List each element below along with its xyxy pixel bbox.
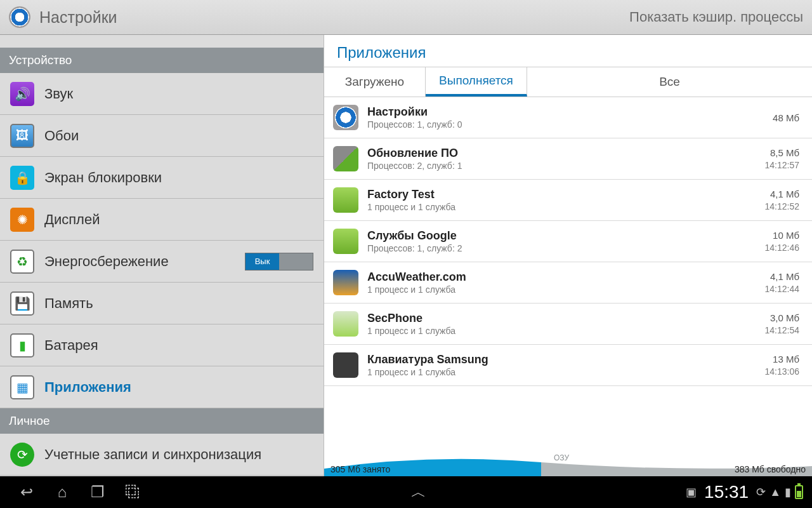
sidebar-item-wallpaper[interactable]: 🖼 Обои	[0, 115, 324, 157]
app-sub: Процессов: 2, служб: 1	[367, 161, 765, 171]
app-time: 14:12:54	[765, 325, 800, 335]
app-sub: Процессов: 1, служб: 0	[367, 119, 773, 130]
section-device: Устройство	[0, 48, 324, 73]
app-name: Обновление ПО	[367, 147, 765, 160]
sync-icon: ⟳	[10, 443, 34, 467]
app-name: Клавиатура Samsung	[367, 353, 765, 366]
wallpaper-icon: 🖼	[10, 124, 34, 148]
app-mem: 10 Мб	[765, 230, 800, 241]
app-mem: 4,1 Мб	[765, 189, 800, 199]
app-row[interactable]: AccuWeather.com1 процесс и 1 служба4,1 М…	[324, 262, 812, 304]
app-mem: 4,1 Мб	[765, 271, 800, 282]
lock-icon: 🔒	[10, 166, 34, 190]
app-sub: 1 процесс и 1 служба	[367, 367, 765, 377]
display-icon: ✺	[10, 208, 34, 232]
app-mem: 8,5 Мб	[765, 147, 800, 158]
app-sub: 1 процесс и 1 служба	[367, 284, 765, 295]
ram-free: 383 Мб свободно	[735, 464, 806, 474]
home-button[interactable]: ⌂	[44, 479, 80, 505]
app-row[interactable]: Обновление ПОПроцессов: 2, служб: 18,5 М…	[324, 138, 812, 180]
app-icon	[333, 270, 358, 295]
sync-status-icon: ⟳	[756, 485, 766, 499]
app-name: Настройки	[367, 105, 773, 119]
storage-icon: 💾	[10, 291, 34, 316]
screenshot-saved-icon: ▣	[686, 485, 697, 499]
page-title: Настройки	[39, 8, 629, 27]
app-row[interactable]: Клавиатура Samsung1 процесс и 1 служба13…	[324, 345, 812, 386]
system-nav-bar: ↩ ⌂ ❐ ⿻ ︿ ▣ 15:31 ⟳ ▲ ▮	[0, 476, 812, 508]
sidebar-item-sound[interactable]: 🔊 Звук	[0, 73, 324, 115]
power-saving-icon: ♻	[10, 250, 34, 274]
right-title: Приложения	[324, 35, 812, 67]
back-button[interactable]: ↩	[9, 479, 44, 505]
app-time: 14:13:06	[765, 366, 800, 377]
app-name: Factory Test	[367, 188, 765, 201]
sidebar-item-applications[interactable]: ▦ Приложения	[0, 366, 324, 408]
app-name: Службы Google	[367, 229, 765, 243]
app-time: 14:12:46	[765, 243, 800, 253]
action-bar: Настройки Показать кэшир. процессы	[0, 0, 812, 35]
app-time: 14:12:44	[765, 284, 800, 294]
sidebar-item-accounts-sync[interactable]: ⟳ Учетные записи и синхронизация	[0, 434, 324, 476]
tab-all[interactable]: Все	[527, 67, 812, 97]
status-clock: 15:31	[704, 482, 749, 502]
app-row[interactable]: SecPhone1 процесс и 1 служба3,0 Мб14:12:…	[324, 304, 812, 345]
section-personal: Личное	[0, 408, 324, 434]
sidebar-item-storage[interactable]: 💾 Память	[0, 283, 324, 324]
show-cached-processes-button[interactable]: Показать кэшир. процессы	[629, 9, 803, 25]
wifi-icon: ▲	[769, 486, 781, 499]
app-row[interactable]: Службы GoogleПроцессов: 1, служб: 210 Мб…	[324, 221, 812, 262]
app-icon	[333, 146, 358, 171]
tab-downloaded[interactable]: Загружено	[324, 67, 426, 97]
settings-gear-icon	[9, 6, 30, 28]
app-icon	[333, 105, 358, 130]
app-icon	[333, 229, 358, 254]
sidebar-item-display[interactable]: ✺ Дисплей	[0, 199, 324, 241]
app-sub: 1 процесс и 1 служба	[367, 202, 765, 212]
app-name: SecPhone	[367, 312, 765, 325]
expand-tray-button[interactable]: ︿	[401, 479, 436, 505]
app-sub: 1 процесс и 1 служба	[367, 326, 765, 336]
recents-button[interactable]: ❐	[80, 479, 115, 505]
battery-icon: ▮	[10, 333, 34, 358]
app-name: AccuWeather.com	[367, 271, 765, 284]
battery-status-icon	[795, 485, 803, 499]
app-time: 14:12:57	[765, 160, 800, 170]
app-sub: Процессов: 1, служб: 2	[367, 243, 765, 253]
app-mem: 3,0 Мб	[765, 312, 800, 323]
apps-icon: ▦	[10, 375, 34, 399]
app-mem: 48 Мб	[773, 112, 799, 123]
app-mem: 13 Мб	[765, 354, 800, 364]
screenshot-button[interactable]: ⿻	[115, 479, 151, 505]
app-row[interactable]: НастройкиПроцессов: 1, служб: 048 Мб	[324, 97, 812, 138]
ram-bar: ОЗУ 305 Мб занято 383 Мб свободно	[324, 451, 812, 476]
app-icon	[333, 187, 358, 213]
power-saving-toggle[interactable]: Вык	[245, 253, 313, 271]
ram-label: ОЗУ	[554, 453, 569, 462]
ram-used: 305 Мб занято	[331, 464, 390, 474]
settings-sidebar: Устройство 🔊 Звук 🖼 Обои 🔒 Экран блокиро…	[0, 35, 324, 476]
app-icon	[333, 352, 358, 378]
sidebar-item-powersaving[interactable]: ♻ Энергосбережение Вык	[0, 241, 324, 283]
tab-running[interactable]: Выполняется	[426, 67, 527, 97]
sound-icon: 🔊	[10, 82, 34, 106]
tab-bar: Загружено Выполняется Все	[324, 67, 812, 97]
signal-icon: ▮	[785, 485, 791, 499]
app-row[interactable]: Factory Test1 процесс и 1 служба4,1 Мб14…	[324, 180, 812, 221]
sidebar-item-lockscreen[interactable]: 🔒 Экран блокировки	[0, 157, 324, 199]
running-apps-list: НастройкиПроцессов: 1, служб: 048 МбОбно…	[324, 97, 812, 451]
app-icon	[333, 311, 358, 337]
sidebar-item-battery[interactable]: ▮ Батарея	[0, 324, 324, 366]
applications-pane: Приложения Загружено Выполняется Все Нас…	[324, 35, 812, 476]
app-time: 14:12:52	[765, 201, 800, 211]
